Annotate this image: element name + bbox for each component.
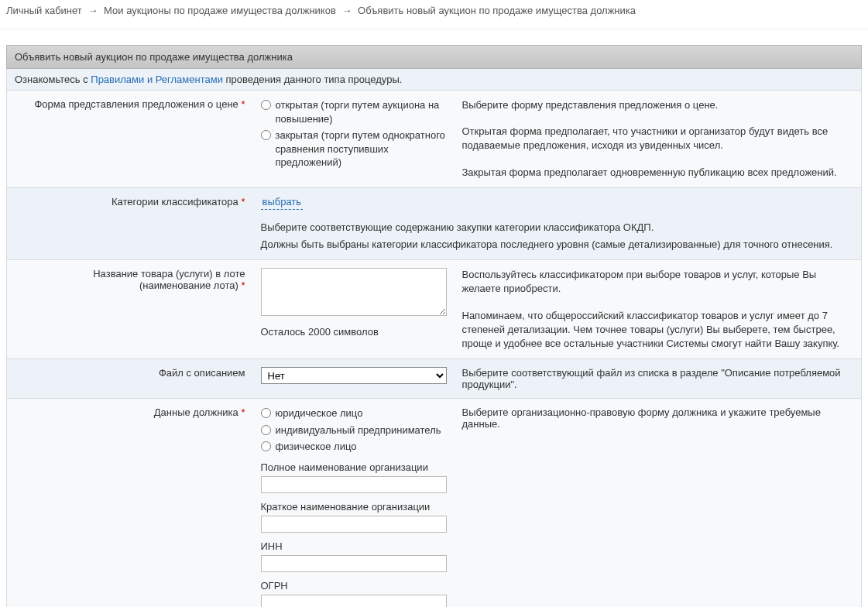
lot-name-desc-1: Воспользуйтесь классификатором при выбор… xyxy=(462,268,854,296)
debtor-full-name-label: Полное наименование организации xyxy=(261,461,447,473)
lot-name-label: Название товара (услуги) в лоте (наимено… xyxy=(7,260,253,359)
price-form-desc-closed: Закрытая форма предполагает одновременну… xyxy=(462,166,854,180)
classifier-select-link[interactable]: выбрать xyxy=(261,196,304,210)
debtor-ogrn-input[interactable] xyxy=(261,595,447,607)
debtor-legal-label[interactable]: юридическое лицо xyxy=(276,406,363,420)
lot-name-chars-left: Осталось 2000 символов xyxy=(261,326,447,338)
debtor-inn-label: ИНН xyxy=(261,540,447,552)
debtor-person-label[interactable]: физическое лицо xyxy=(276,440,357,454)
debtor-ip-radio[interactable] xyxy=(261,425,271,435)
debtor-person-radio[interactable] xyxy=(261,441,271,451)
breadcrumb-item-3: Объявить новый аукцион по продаже имущес… xyxy=(358,5,636,16)
lot-name-desc-2: Напоминаем, что общероссийский классифик… xyxy=(462,309,854,352)
price-form-closed-radio[interactable] xyxy=(261,130,271,140)
required-mark: * xyxy=(241,406,245,418)
classifier-help-2: Должны быть выбраны категории классифика… xyxy=(261,238,854,252)
classifier-label: Категории классификатора * xyxy=(7,187,253,259)
lot-name-textarea[interactable] xyxy=(261,268,447,316)
breadcrumb: Личный кабинет → Мои аукционы по продаже… xyxy=(0,0,868,29)
breadcrumb-sep: → xyxy=(84,5,101,16)
debtor-legal-radio[interactable] xyxy=(261,408,271,418)
notice-bar: Ознакомьтесь с Правилами и Регламентами … xyxy=(6,69,862,91)
panel-title: Объявить новый аукцион по продаже имущес… xyxy=(6,45,862,69)
price-form-open-radio[interactable] xyxy=(261,100,271,110)
breadcrumb-sep: → xyxy=(338,5,355,16)
classifier-help-1: Выберите соответствующие содержанию заку… xyxy=(261,221,854,235)
debtor-ip-label[interactable]: индивидуальный предприниматель xyxy=(276,424,441,437)
rules-link[interactable]: Правилами и Регламентами xyxy=(91,74,223,85)
debtor-inn-input[interactable] xyxy=(261,555,447,572)
file-desc: Выберите соответствующий файл из списка … xyxy=(455,359,862,399)
breadcrumb-item-2[interactable]: Мои аукционы по продаже имущества должни… xyxy=(104,5,336,16)
required-mark: * xyxy=(241,279,245,291)
price-form-open-label[interactable]: открытая (торги путем аукциона на повыше… xyxy=(276,98,447,125)
debtor-full-name-input[interactable] xyxy=(261,476,447,493)
required-mark: * xyxy=(241,196,245,207)
debtor-short-name-label: Краткое наименование организации xyxy=(261,501,447,513)
price-form-closed-label[interactable]: закрытая (торги путем однократного сравн… xyxy=(276,129,447,170)
notice-post: проведения данного типа процедуры. xyxy=(223,74,402,85)
debtor-desc: Выберите организационно-правовую форму д… xyxy=(455,399,862,607)
debtor-ogrn-label: ОГРН xyxy=(261,580,447,592)
file-select[interactable]: Нет xyxy=(261,367,447,384)
form-panel: Объявить новый аукцион по продаже имущес… xyxy=(6,45,862,607)
debtor-label: Данные должника * xyxy=(7,399,253,607)
debtor-short-name-input[interactable] xyxy=(261,516,447,533)
price-form-desc-open: Открытая форма предполагает, что участни… xyxy=(462,125,854,153)
file-label: Файл с описанием xyxy=(7,359,253,399)
price-form-label: Форма представления предложения о цене * xyxy=(7,91,253,187)
required-mark: * xyxy=(241,98,245,110)
notice-pre: Ознакомьтесь с xyxy=(15,74,91,85)
breadcrumb-item-1[interactable]: Личный кабинет xyxy=(6,5,82,16)
price-form-desc-intro: Выберите форму представления предложения… xyxy=(462,98,854,112)
